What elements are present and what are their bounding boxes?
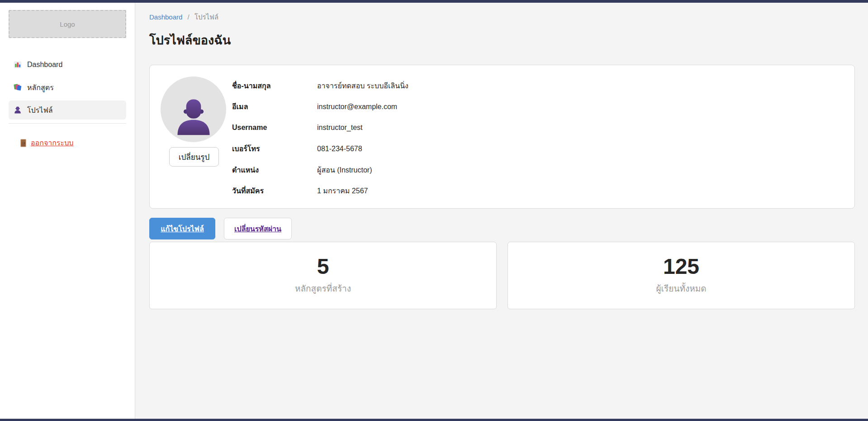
stat-label: หลักสูตรที่สร้าง (295, 282, 351, 295)
sidebar-divider (9, 123, 126, 124)
field-label: ตำแหน่ง (232, 164, 317, 176)
person-icon (14, 106, 22, 114)
stat-card-learners: 125 ผู้เรียนทั้งหมด (508, 242, 855, 309)
field-value: instructor_test (317, 124, 362, 132)
profile-card: เปลี่ยนรูป ชื่อ-นามสกุล อาจารย์ทดสอบ ระบ… (149, 65, 855, 209)
field-row-position: ตำแหน่ง ผู้สอน (Instructor) (232, 161, 844, 179)
edit-profile-button[interactable]: แก้ไขโปรไฟล์ (149, 218, 215, 239)
sidebar: Logo Dashboard (0, 3, 135, 419)
sidebar-nav: Dashboard หลักสูตร (0, 55, 135, 120)
logo-placeholder: Logo (9, 10, 126, 38)
field-label: เบอร์โทร (232, 143, 317, 154)
field-label: อีเมล (232, 101, 317, 112)
app-layout: Logo Dashboard (0, 3, 868, 419)
logo-label: Logo (60, 20, 75, 28)
door-icon (20, 139, 26, 147)
breadcrumb-current: โปรไฟล์ (194, 13, 218, 21)
stats-row: 5 หลักสูตรที่สร้าง 125 ผู้เรียนทั้งหมด (149, 242, 855, 309)
page-title: โปรไฟล์ของฉัน (149, 32, 855, 49)
field-row-phone: เบอร์โทร 081-234-5678 (232, 140, 844, 158)
books-icon (14, 83, 22, 91)
sidebar-item-courses[interactable]: หลักสูตร (9, 78, 126, 97)
change-password-button[interactable]: เปลี่ยนรหัสผ่าน (224, 218, 292, 239)
field-label: วันที่สมัคร (232, 185, 317, 196)
field-value: 081-234-5678 (317, 145, 362, 153)
sidebar-item-dashboard[interactable]: Dashboard (9, 55, 126, 74)
top-edge-bar (0, 0, 868, 3)
change-photo-button[interactable]: เปลี่ยนรูป (169, 147, 219, 167)
profile-actions: แก้ไขโปรไฟล์ เปลี่ยนรหัสผ่าน (149, 218, 855, 239)
field-label: Username (232, 124, 317, 132)
breadcrumb: Dashboard / โปรไฟล์ (149, 13, 855, 22)
stat-value: 125 (663, 255, 699, 278)
logout-link[interactable]: ออกจากระบบ (20, 137, 73, 148)
sidebar-item-label: โปรไฟล์ (27, 105, 53, 116)
bottom-edge-bar (0, 419, 868, 421)
field-value: อาจารย์ทดสอบ ระบบอีเลินนิ่ง (317, 80, 408, 91)
main-content: Dashboard / โปรไฟล์ โปรไฟล์ของฉัน (135, 3, 868, 419)
field-row-register-date: วันที่สมัคร 1 มกราคม 2567 (232, 182, 844, 200)
field-row-username: Username instructor_test (232, 119, 844, 137)
person-bust-icon (172, 95, 215, 139)
avatar (161, 77, 226, 142)
field-value: ผู้สอน (Instructor) (317, 164, 372, 176)
profile-fields: ชื่อ-นามสกุล อาจารย์ทดสอบ ระบบอีเลินนิ่ง… (232, 77, 844, 197)
field-label: ชื่อ-นามสกุล (232, 80, 317, 91)
field-value: 1 มกราคม 2567 (317, 185, 368, 196)
avatar-column: เปลี่ยนรูป (161, 77, 232, 197)
breadcrumb-separator: / (188, 13, 190, 21)
field-row-email: อีเมล instructor@example.com (232, 98, 844, 116)
logout-label: ออกจากระบบ (31, 137, 73, 148)
sidebar-item-label: Dashboard (27, 61, 62, 69)
sidebar-item-label: หลักสูตร (27, 82, 54, 93)
sidebar-item-profile[interactable]: โปรไฟล์ (9, 100, 126, 120)
bar-chart-icon (14, 61, 22, 69)
field-value: instructor@example.com (317, 103, 397, 111)
breadcrumb-dashboard-link[interactable]: Dashboard (149, 13, 182, 21)
stat-card-courses: 5 หลักสูตรที่สร้าง (149, 242, 497, 309)
stat-value: 5 (317, 255, 329, 278)
field-row-name: ชื่อ-นามสกุล อาจารย์ทดสอบ ระบบอีเลินนิ่ง (232, 77, 844, 95)
stat-label: ผู้เรียนทั้งหมด (656, 282, 706, 295)
